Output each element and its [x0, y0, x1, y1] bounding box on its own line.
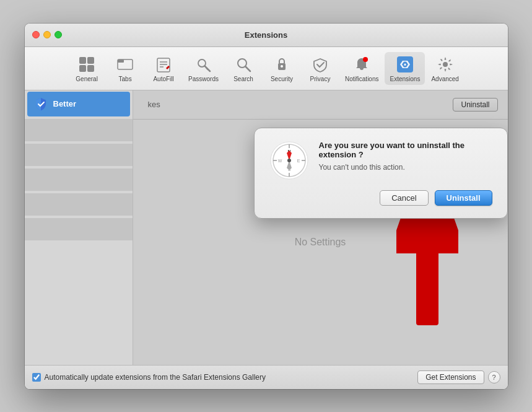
svg-rect-0	[79, 57, 86, 64]
notifications-label: Notifications	[345, 76, 378, 82]
sidebar-placeholder-2	[25, 144, 133, 166]
security-label: Security	[271, 76, 293, 82]
better-shield-icon	[33, 97, 48, 112]
passwords-icon	[194, 55, 214, 74]
safari-icon: N S E W	[269, 141, 309, 180]
sidebar-item-better[interactable]: Better	[27, 92, 130, 116]
get-extensions-button[interactable]: Get Extensions	[417, 370, 484, 384]
extensions-label: Extensions	[390, 76, 420, 82]
svg-point-15	[281, 65, 283, 68]
bottom-bar: Automatically update extensions from the…	[25, 365, 508, 389]
toolbar-item-extensions[interactable]: Extensions	[385, 52, 425, 85]
search-icon	[233, 55, 253, 74]
privacy-label: Privacy	[310, 76, 331, 82]
dialog-uninstall-button[interactable]: Uninstall	[435, 190, 492, 206]
dialog-overlay: N S E W Are you sure you want	[133, 90, 508, 365]
toolbar-item-notifications[interactable]: Notifications	[340, 52, 383, 85]
help-button[interactable]: ?	[488, 371, 500, 384]
toolbar-item-general[interactable]: General	[68, 52, 105, 85]
toolbar-item-privacy[interactable]: Privacy	[302, 52, 339, 85]
auto-update-section: Automatically update extensions from the…	[32, 373, 266, 382]
maximize-button[interactable]	[55, 31, 62, 38]
svg-text:W: W	[277, 159, 282, 163]
svg-point-36	[287, 159, 291, 162]
security-icon	[272, 55, 292, 74]
svg-line-13	[246, 66, 251, 71]
svg-point-16	[363, 57, 368, 62]
extensions-icon	[395, 55, 415, 74]
tabs-icon	[115, 55, 135, 74]
sidebar-placeholder-3	[25, 169, 133, 191]
general-label: General	[76, 76, 98, 82]
notifications-icon	[352, 55, 372, 74]
toolbar-item-tabs[interactable]: Tabs	[107, 52, 144, 85]
toolbar-item-advanced[interactable]: Advanced	[426, 52, 463, 85]
titlebar: Extensions	[25, 24, 508, 47]
toolbar: General Tabs Auto	[25, 47, 508, 90]
main-window: Extensions General Tabs	[25, 24, 508, 389]
auto-update-label: Automatically update extensions from the…	[45, 373, 266, 382]
svg-text:E: E	[297, 159, 300, 163]
dialog-body: You can't undo this action.	[319, 163, 492, 172]
dialog-cancel-button[interactable]: Cancel	[380, 190, 428, 206]
advanced-icon	[435, 55, 455, 74]
sidebar-placeholder-1	[25, 119, 133, 141]
traffic-lights	[32, 31, 62, 38]
auto-update-checkbox[interactable]	[32, 373, 41, 382]
sidebar-better-label: Better	[53, 99, 77, 108]
tabs-label: Tabs	[119, 76, 132, 82]
toolbar-item-security[interactable]: Security	[263, 52, 300, 85]
svg-rect-6	[157, 58, 170, 72]
sidebar: Better	[25, 90, 133, 365]
sidebar-placeholder-4	[25, 193, 133, 216]
svg-rect-2	[79, 65, 86, 72]
sidebar-placeholder-5	[25, 218, 133, 240]
dialog-title: Are you sure you want to uninstall the e…	[319, 141, 492, 159]
close-button[interactable]	[32, 31, 40, 38]
main-panel: kes Uninstall No Settings	[133, 90, 508, 365]
search-label: Search	[233, 76, 253, 82]
advanced-label: Advanced	[431, 76, 458, 82]
svg-rect-5	[118, 59, 124, 63]
dialog-buttons: Cancel Uninstall	[269, 190, 492, 206]
passwords-label: Passwords	[188, 76, 219, 82]
autofill-icon	[154, 55, 173, 74]
autofill-label: AutoFill	[153, 76, 173, 82]
toolbar-item-passwords[interactable]: Passwords	[183, 52, 224, 85]
confirm-dialog: N S E W Are you sure you want	[254, 128, 508, 219]
dialog-text-block: Are you sure you want to uninstall the e…	[319, 141, 492, 172]
toolbar-item-autofill[interactable]: AutoFill	[145, 52, 182, 85]
svg-rect-3	[87, 65, 94, 72]
general-icon	[77, 55, 97, 74]
minimize-button[interactable]	[43, 31, 51, 38]
svg-rect-1	[87, 57, 94, 64]
dialog-content: N S E W Are you sure you want	[269, 141, 492, 180]
svg-point-18	[443, 62, 448, 67]
window-title: Extensions	[245, 30, 287, 40]
content-area: Better kes Uninstall No Settings	[25, 90, 508, 365]
bottom-right-buttons: Get Extensions ?	[417, 370, 500, 384]
privacy-icon	[310, 55, 330, 74]
toolbar-item-search[interactable]: Search	[225, 52, 262, 85]
